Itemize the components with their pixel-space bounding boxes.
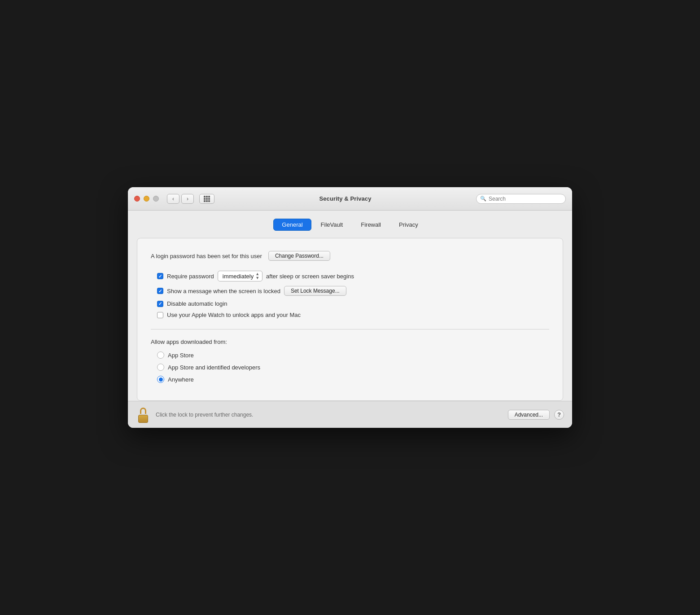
radio-app-store-row: App Store bbox=[151, 351, 549, 359]
apple-watch-row: Use your Apple Watch to unlock apps and … bbox=[151, 312, 549, 318]
require-password-label: Require password bbox=[167, 273, 214, 280]
radio-anywhere-label: Anywhere bbox=[168, 376, 194, 383]
main-content: General FileVault Firewall Privacy A log… bbox=[128, 211, 572, 401]
change-password-button[interactable]: Change Password... bbox=[268, 251, 330, 261]
forward-button[interactable]: › bbox=[181, 194, 194, 204]
tab-general[interactable]: General bbox=[273, 219, 311, 231]
grid-button[interactable] bbox=[199, 194, 214, 204]
divider bbox=[151, 329, 549, 329]
lock-body bbox=[138, 415, 148, 423]
minimize-button[interactable] bbox=[144, 196, 149, 202]
help-button[interactable]: ? bbox=[554, 410, 564, 420]
search-input[interactable] bbox=[489, 196, 562, 202]
disable-auto-login-row: Disable automatic login bbox=[151, 300, 549, 307]
search-icon: 🔍 bbox=[480, 196, 486, 202]
show-message-row: Show a message when the screen is locked… bbox=[151, 286, 549, 296]
require-password-dropdown[interactable]: immediately ▲ ▼ bbox=[218, 271, 262, 281]
require-password-suffix: after sleep or screen saver begins bbox=[266, 273, 354, 280]
nav-buttons: ‹ › bbox=[167, 194, 194, 204]
back-button[interactable]: ‹ bbox=[167, 194, 179, 204]
radio-anywhere-row: Anywhere bbox=[151, 376, 549, 383]
radio-app-store[interactable] bbox=[157, 351, 164, 359]
apple-watch-checkbox[interactable] bbox=[157, 312, 163, 318]
lock-icon[interactable] bbox=[136, 407, 150, 423]
lock-shackle bbox=[140, 408, 146, 414]
search-bar[interactable]: 🔍 bbox=[476, 194, 566, 204]
window: ‹ › Security & Privacy 🔍 General FileVau… bbox=[128, 187, 572, 428]
set-lock-message-button[interactable]: Set Lock Message... bbox=[284, 286, 346, 296]
titlebar: ‹ › Security & Privacy 🔍 bbox=[128, 187, 572, 211]
apple-watch-label: Use your Apple Watch to unlock apps and … bbox=[167, 312, 301, 318]
window-title: Security & Privacy bbox=[219, 195, 472, 202]
require-password-checkbox[interactable] bbox=[157, 273, 163, 279]
require-password-row: Require password immediately ▲ ▼ after s… bbox=[151, 271, 549, 281]
close-button[interactable] bbox=[134, 196, 140, 202]
radio-app-store-identified[interactable] bbox=[157, 364, 164, 371]
disable-auto-login-checkbox[interactable] bbox=[157, 301, 163, 307]
login-label: A login password has been set for this u… bbox=[151, 253, 262, 259]
radio-anywhere[interactable] bbox=[157, 376, 164, 383]
grid-icon bbox=[204, 196, 210, 202]
login-password-row: A login password has been set for this u… bbox=[151, 251, 549, 261]
advanced-button[interactable]: Advanced... bbox=[508, 410, 550, 420]
zoom-button[interactable] bbox=[153, 196, 159, 202]
disable-auto-login-label: Disable automatic login bbox=[167, 300, 227, 307]
settings-panel: A login password has been set for this u… bbox=[137, 238, 563, 401]
footer-right: Advanced... ? bbox=[508, 410, 564, 420]
dropdown-arrows-icon: ▲ ▼ bbox=[255, 272, 259, 280]
show-message-checkbox[interactable] bbox=[157, 288, 163, 294]
traffic-lights bbox=[134, 196, 159, 202]
dropdown-value: immediately bbox=[223, 273, 254, 280]
tab-privacy[interactable]: Privacy bbox=[390, 219, 427, 231]
radio-app-store-label: App Store bbox=[168, 352, 194, 359]
lock-status-text: Click the lock to prevent further change… bbox=[156, 412, 503, 418]
radio-app-store-identified-label: App Store and identified developers bbox=[168, 364, 260, 371]
show-message-label: Show a message when the screen is locked bbox=[167, 288, 280, 294]
allow-apps-label: Allow apps downloaded from: bbox=[151, 338, 549, 345]
footer: Click the lock to prevent further change… bbox=[128, 401, 572, 428]
radio-app-store-identified-row: App Store and identified developers bbox=[151, 364, 549, 371]
tab-bar: General FileVault Firewall Privacy bbox=[137, 219, 563, 231]
tab-firewall[interactable]: Firewall bbox=[352, 219, 389, 231]
tab-filevault[interactable]: FileVault bbox=[312, 219, 352, 231]
